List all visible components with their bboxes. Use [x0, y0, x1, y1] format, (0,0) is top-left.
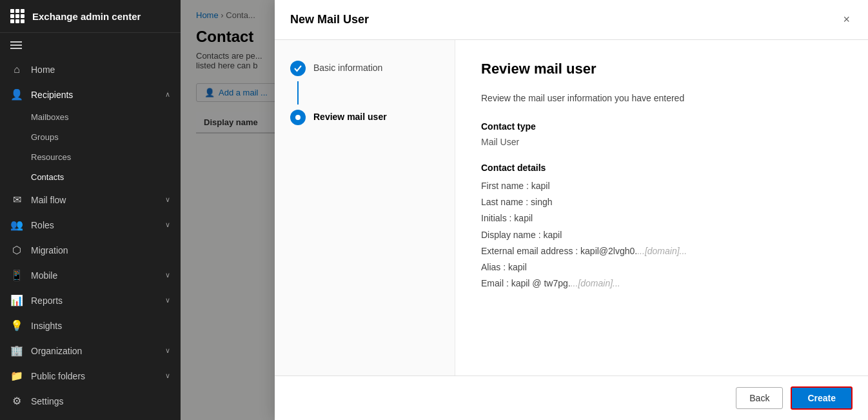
app-title: Exchange admin center: [32, 11, 141, 22]
sidebar: Exchange admin center ⌂ Home 👤 Recipient…: [0, 0, 181, 420]
sidebar-item-label: Organization: [31, 346, 157, 356]
sidebar-item-settings[interactable]: ⚙ Settings: [0, 388, 181, 414]
contact-details-label: Contact details: [481, 163, 842, 173]
sidebar-item-recipients[interactable]: 👤 Recipients ∧: [0, 82, 181, 107]
back-button[interactable]: Back: [736, 387, 783, 409]
step-circle-basic: [290, 61, 306, 76]
sidebar-item-label: Migration: [31, 245, 170, 255]
chevron-down-icon: ∨: [165, 346, 170, 355]
mobile-icon: 📱: [10, 269, 23, 281]
modal-panel: New Mail User × Basic information: [275, 0, 868, 420]
modal-body: Basic information Review mail user: [275, 40, 868, 375]
insights-icon: 💡: [10, 319, 23, 332]
external-email-row: External email address : kapil@2lvgh0...…: [481, 243, 842, 259]
sidebar-item-label: Mobile: [31, 270, 157, 281]
modal-title: New Mail User: [290, 13, 369, 26]
modal-overlay: New Mail User × Basic information: [181, 0, 868, 420]
checkmark-icon: [293, 64, 302, 73]
sidebar-item-contacts[interactable]: Contacts: [0, 167, 181, 187]
display-name-row: Display name : kapil: [481, 227, 842, 243]
reports-icon: 📊: [10, 294, 23, 306]
modal-header: New Mail User ×: [275, 0, 868, 40]
contact-type-value: Mail User: [481, 137, 842, 147]
sidebar-item-label: Home: [31, 65, 170, 75]
sidebar-item-label: Roles: [31, 220, 157, 230]
chevron-down-icon: ∨: [165, 195, 170, 204]
sidebar-item-reports[interactable]: 📊 Reports ∨: [0, 288, 181, 313]
sidebar-item-label: Reports: [31, 295, 157, 306]
email2-blurred: ...[domain]...: [571, 278, 620, 288]
step-review: Review mail user: [290, 110, 439, 125]
contact-type-label: Contact type: [481, 121, 842, 132]
hamburger-button[interactable]: [0, 33, 181, 57]
chevron-down-icon: ∨: [165, 271, 170, 279]
sidebar-item-home[interactable]: ⌂ Home: [0, 57, 181, 82]
sidebar-item-migration[interactable]: ⬡ Migration: [0, 237, 181, 263]
review-title: Review mail user: [481, 61, 842, 77]
sidebar-item-organization[interactable]: 🏢 Organization ∨: [0, 338, 181, 363]
first-name-row: First name : kapil: [481, 178, 842, 194]
settings-icon: ⚙: [10, 395, 23, 407]
public-folders-icon: 📁: [10, 370, 23, 382]
modal-steps: Basic information Review mail user: [275, 40, 455, 375]
migration-icon: ⬡: [10, 244, 23, 256]
modal-close-button[interactable]: ×: [840, 10, 853, 29]
sidebar-item-label: Public folders: [31, 371, 157, 381]
step-connector: [297, 81, 299, 105]
step-circle-review: [290, 110, 306, 125]
sidebar-item-resources[interactable]: Resources: [0, 147, 181, 167]
home-icon: ⌂: [10, 64, 23, 75]
recipients-icon: 👤: [10, 88, 23, 101]
step-label-review: Review mail user: [313, 110, 387, 122]
step-basic-info: Basic information: [290, 61, 439, 76]
modal-footer: Back Create: [275, 375, 868, 420]
alias-row: Alias : kapil: [481, 259, 842, 275]
organization-icon: 🏢: [10, 345, 23, 357]
last-name-row: Last name : singh: [481, 194, 842, 210]
sidebar-item-label: Settings: [31, 396, 170, 406]
main-area: Home › Conta... Contact Contacts are pe.…: [181, 0, 868, 420]
chevron-down-icon: ∨: [165, 372, 170, 380]
sidebar-item-label: Insights: [31, 321, 170, 331]
roles-icon: 👥: [10, 219, 23, 231]
mail-flow-icon: ✉: [10, 194, 23, 206]
sidebar-item-mailboxes[interactable]: Mailboxes: [0, 107, 181, 127]
sidebar-item-insights[interactable]: 💡 Insights: [0, 313, 181, 338]
modal-content: Review mail user Review the mail user in…: [455, 40, 868, 375]
sidebar-item-mobile[interactable]: 📱 Mobile ∨: [0, 263, 181, 288]
create-button[interactable]: Create: [791, 386, 853, 410]
sidebar-header: Exchange admin center: [0, 0, 181, 33]
chevron-down-icon: ∨: [165, 221, 170, 229]
email-row: Email : kapil @ tw7pg....[domain]...: [481, 275, 842, 292]
sidebar-item-roles[interactable]: 👥 Roles ∨: [0, 212, 181, 237]
sidebar-item-mail-flow[interactable]: ✉ Mail flow ∨: [0, 187, 181, 212]
sidebar-item-public-folders[interactable]: 📁 Public folders ∨: [0, 363, 181, 388]
chevron-down-icon: ∨: [165, 296, 170, 305]
sidebar-item-label: Mail flow: [31, 195, 157, 205]
initials-row: Initials : kapil: [481, 210, 842, 226]
app-grid-icon[interactable]: [10, 9, 25, 23]
sidebar-item-label: Recipients: [31, 90, 157, 100]
svg-point-0: [295, 115, 301, 120]
email-blurred: ...[domain]...: [637, 246, 687, 256]
review-description: Review the mail user information you hav…: [481, 93, 842, 103]
contact-details: First name : kapil Last name : singh Ini…: [481, 178, 842, 292]
chevron-up-icon: ∧: [165, 90, 170, 99]
dot-icon: [295, 114, 301, 121]
step-label-basic: Basic information: [313, 61, 382, 73]
sidebar-item-groups[interactable]: Groups: [0, 127, 181, 147]
